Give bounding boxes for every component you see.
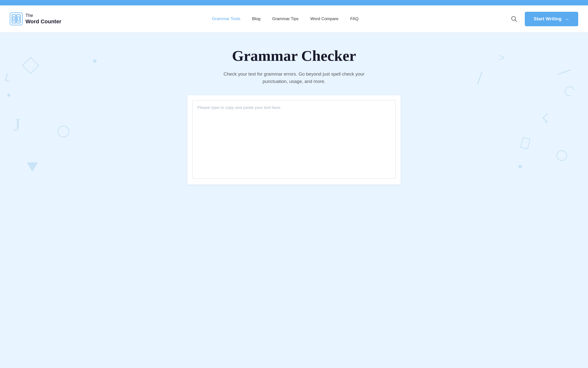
page-title: Grammar Checker — [232, 47, 356, 65]
search-icon — [511, 16, 517, 22]
nav-grammar-tips[interactable]: Grammar Tips — [272, 16, 299, 21]
svg-rect-0 — [12, 15, 16, 23]
svg-rect-1 — [17, 15, 20, 23]
nav-blog[interactable]: Blog — [252, 16, 260, 21]
logo-line2: Word Counter — [25, 18, 61, 25]
hero-content: Grammar Checker Check your text for gram… — [0, 32, 588, 184]
logo-text: The Word Counter — [25, 13, 61, 25]
top-bar — [0, 0, 588, 5]
page-subtitle: Check your text for grammar errors. Go b… — [223, 70, 365, 85]
search-button[interactable] — [509, 14, 519, 24]
navbar: The Word Counter Grammar Tools Blog Gram… — [0, 5, 588, 32]
nav-faq[interactable]: FAQ — [350, 16, 359, 21]
start-writing-label: Start Writing — [534, 16, 562, 22]
svg-line-5 — [515, 20, 517, 22]
nav-links: Grammar Tools Blog Grammar Tips Word Com… — [212, 16, 359, 21]
logo[interactable]: The Word Counter — [10, 13, 61, 25]
main-content: J L > ☇ Grammar Checker Check your text … — [0, 32, 588, 368]
logo-icon — [10, 13, 23, 25]
start-writing-button[interactable]: Start Writing → — [525, 12, 578, 26]
svg-rect-2 — [13, 17, 15, 21]
nav-word-compare[interactable]: Word Compare — [310, 16, 339, 21]
grammar-textarea[interactable] — [192, 100, 396, 179]
text-card — [187, 95, 401, 184]
svg-rect-3 — [18, 17, 19, 21]
arrow-icon: → — [564, 16, 569, 22]
nav-right: Start Writing → — [509, 12, 578, 26]
nav-grammar-tools[interactable]: Grammar Tools — [212, 16, 240, 21]
logo-line1: The — [25, 13, 61, 18]
